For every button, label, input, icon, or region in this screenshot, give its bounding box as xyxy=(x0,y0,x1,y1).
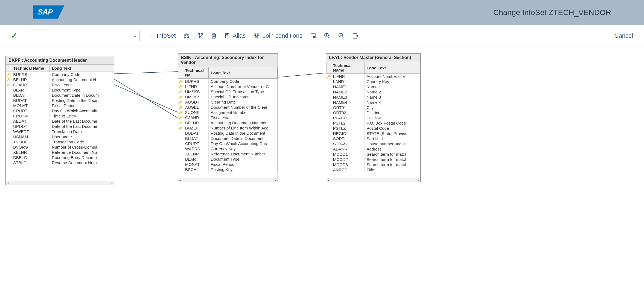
table-row[interactable]: BLARTDocument Type xyxy=(6,87,114,93)
table-row[interactable]: BLARTDocument Type xyxy=(178,157,278,162)
field-tech-name: REGIO xyxy=(331,131,364,136)
table-row[interactable]: 🔑AUGDTClearing Date xyxy=(178,99,278,105)
table-row[interactable]: WAERSCurrency Key xyxy=(178,146,278,151)
table-row[interactable]: MCOD3Search term for matcl xyxy=(327,162,420,167)
table-row[interactable]: SORTLSort field xyxy=(327,136,420,141)
infoset-button[interactable]: → InfoSet xyxy=(147,32,176,40)
key-icon xyxy=(327,152,331,157)
table-row[interactable]: NAME2Name 2 xyxy=(327,89,420,95)
table-row[interactable]: TCODETransaction Code xyxy=(6,139,114,144)
table-row[interactable]: USNAMUser name xyxy=(6,134,114,139)
column-header-tech[interactable]: Technical Name xyxy=(11,65,49,72)
trash-icon[interactable] xyxy=(211,32,217,39)
table-row[interactable]: 🔑GJAHRFiscal Year xyxy=(6,82,114,87)
scales-icon[interactable]: ⚖ xyxy=(183,32,190,40)
table-row[interactable]: DBBLGRecurring Entry Docume xyxy=(6,155,114,160)
table-row[interactable]: ORT02District xyxy=(327,110,420,115)
table-row[interactable]: NAME1Name 1 xyxy=(327,84,420,89)
exit-icon[interactable] xyxy=(352,33,359,39)
command-dropdown[interactable]: ⌄ xyxy=(28,31,140,41)
table-row[interactable]: CPUDTDay On Which Accountin xyxy=(6,108,114,113)
table-row[interactable]: BLDATDocument Date in Docum xyxy=(6,93,114,98)
cancel-button[interactable]: Cancel xyxy=(614,32,633,39)
scroll-left-icon[interactable]: ◂ xyxy=(178,179,182,182)
svg-rect-12 xyxy=(258,34,259,35)
column-header-text[interactable]: Long Text xyxy=(364,62,420,74)
table-row[interactable]: 🔑BUKRSCompany Code xyxy=(6,72,114,77)
accept-button[interactable]: ✓ xyxy=(11,31,17,40)
table-bkpf[interactable]: BKPF : Accounting Document Header Techni… xyxy=(5,56,114,185)
table-row[interactable]: MCOD2Search term for matcl xyxy=(327,157,420,162)
join-canvas[interactable]: BKPF : Accounting Document Header Techni… xyxy=(0,46,644,292)
table-row[interactable]: 🔑BUKRSCompany Code xyxy=(178,79,278,84)
table-row[interactable]: MCOD1Search term for matcl xyxy=(327,152,420,157)
horizontal-scrollbar[interactable]: ◂ ▸ xyxy=(326,178,420,182)
column-header-tech[interactable]: Technical Name xyxy=(331,62,364,74)
table-row[interactable]: AEDATDate of the Last Docume xyxy=(6,119,114,124)
table-row[interactable]: STRASHouse number and st xyxy=(327,141,420,146)
table-row[interactable]: 🔑LIFNRAccount Number of Vendor or C xyxy=(178,84,278,89)
column-header-text[interactable]: Long Text xyxy=(49,65,114,72)
table-row[interactable]: 🔑BELNRAccounting Document N xyxy=(6,77,114,82)
table-bsik[interactable]: BSIK : Accounting: Secondary Index for V… xyxy=(178,53,278,182)
table-row[interactable]: UPDDTDate of the Last Docume xyxy=(6,124,114,129)
scroll-left-icon[interactable]: ◂ xyxy=(326,179,330,182)
zoom-in-icon[interactable] xyxy=(324,33,330,39)
table-lfa1[interactable]: LFA1 : Vendor Master (General Section) T… xyxy=(326,53,421,182)
table-row[interactable]: 🔑UMSKZSpecial G/L Indicator xyxy=(178,94,278,99)
table-row[interactable]: MONATFiscal Period xyxy=(6,103,114,108)
field-tech-name: CPUDT xyxy=(11,108,49,113)
table-row[interactable]: XBLNRReference Document Number xyxy=(178,151,278,157)
table-row[interactable]: BSCHLPosting Key xyxy=(178,167,278,172)
table-row[interactable]: 🔑BUZEINumber of Line Item Within Acc xyxy=(178,125,278,131)
svg-line-19 xyxy=(328,37,330,38)
table-row[interactable]: XBLNRReference Document Nu xyxy=(6,150,114,155)
table-row[interactable]: 🔑UMSKSSpecial G/L Transaction Type xyxy=(178,89,278,94)
table-row[interactable]: CPUDTDay On Which Accounting Doc xyxy=(178,141,278,146)
table-row[interactable]: PSTL2P.O. Box Postal Code xyxy=(327,120,420,126)
key-icon xyxy=(6,113,11,119)
table-row[interactable]: BVORGNumber of Cross-Compa xyxy=(6,144,114,150)
alias-button[interactable]: Alias xyxy=(225,32,246,39)
table-row[interactable]: 🔑LIFNRAccount Number of V xyxy=(327,74,420,79)
table-row[interactable]: NAME4Name 4 xyxy=(327,100,420,105)
horizontal-scrollbar[interactable]: ◂ ▸ xyxy=(178,178,278,182)
field-long-text: Search term for matcl xyxy=(364,157,420,162)
table-row[interactable]: ANREDTitle xyxy=(327,167,420,172)
scroll-right-icon[interactable]: ▸ xyxy=(110,181,114,184)
table-row[interactable]: STBLGReverse Document Num xyxy=(6,160,114,165)
key-icon xyxy=(6,139,11,144)
scroll-left-icon[interactable]: ◂ xyxy=(6,181,10,184)
table-row[interactable]: BLDATDocument Date in Document xyxy=(178,136,278,141)
scroll-right-icon[interactable]: ▸ xyxy=(274,179,278,182)
hierarchy-icon[interactable] xyxy=(197,33,203,39)
key-icon xyxy=(6,108,11,113)
table-row[interactable]: 🔑ZUONRAssignment Number xyxy=(178,110,278,115)
horizontal-scrollbar[interactable]: ◂ ▸ xyxy=(6,181,114,185)
table-row[interactable]: LAND1Country Key xyxy=(327,79,420,84)
table-row[interactable]: NAME3Name 3 xyxy=(327,95,420,100)
table-row[interactable]: 🔑AUGBLDocument Number of the Clear xyxy=(178,105,278,110)
key-icon xyxy=(6,160,11,165)
table-row[interactable]: BUDATPosting Date in the Document xyxy=(178,131,278,136)
table-row[interactable]: BUDATPosting Date in the Docu xyxy=(6,98,114,103)
zoom-out-icon[interactable] xyxy=(338,33,345,39)
table-row[interactable]: PSTLZPostal Code xyxy=(327,126,420,131)
key-icon xyxy=(327,120,331,126)
table-row[interactable]: 🔑GJAHRFiscal Year xyxy=(178,115,278,120)
join-conditions-button[interactable]: Join conditions xyxy=(253,32,302,39)
table-row[interactable]: ADRNRAddress xyxy=(327,146,420,152)
key-icon: 🔑 xyxy=(178,84,183,89)
layout-icon[interactable] xyxy=(310,33,316,39)
table-row[interactable]: PFACHPO Box xyxy=(327,115,420,120)
scroll-right-icon[interactable]: ▸ xyxy=(416,179,420,182)
table-row[interactable]: CPUTMTime of Entry xyxy=(6,113,114,119)
field-long-text: Company Code xyxy=(49,72,114,77)
table-row[interactable]: ORT01City xyxy=(327,105,420,110)
column-header-text[interactable]: Long Text xyxy=(208,67,277,79)
table-row[interactable]: 🔑BELNRAccounting Document Number xyxy=(178,120,278,125)
table-row[interactable]: WWERTTranslation Date xyxy=(6,129,114,134)
table-row[interactable]: MONATFiscal Period xyxy=(178,162,278,167)
table-row[interactable]: REGIOSTATE (State, Provinc xyxy=(327,131,420,136)
column-header-tech[interactable]: Technical Na xyxy=(183,67,209,79)
